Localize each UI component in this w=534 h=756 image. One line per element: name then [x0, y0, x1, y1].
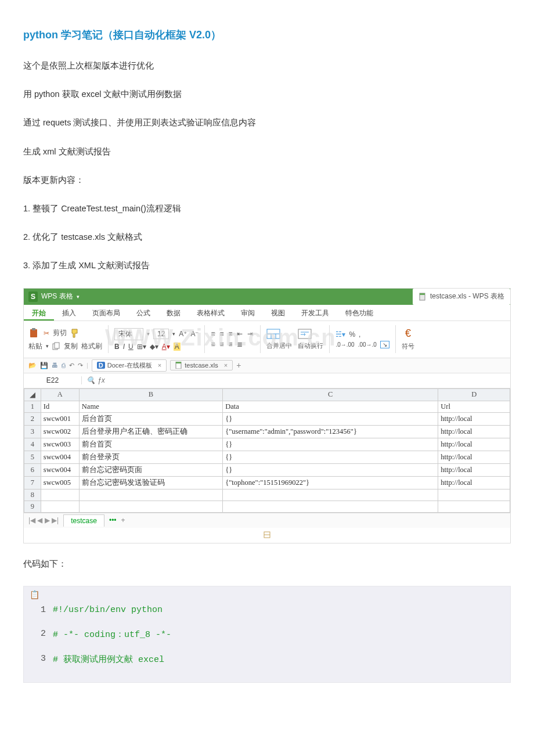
cell[interactable]: 前台忘记密码页面	[79, 463, 222, 476]
align-bot-icon[interactable]: ≡	[228, 330, 233, 338]
tab-insert[interactable]: 插入	[54, 305, 84, 321]
indent-dec-icon[interactable]: ⇤	[237, 330, 244, 338]
tab-formula[interactable]: 公式	[128, 305, 158, 321]
align-justify-icon[interactable]: ≣	[237, 340, 244, 348]
spreadsheet[interactable]: ◢ A B C D 1 Id Name Data Url 2swcw001后台首…	[24, 388, 510, 513]
cell[interactable]: 后台首页	[79, 412, 222, 425]
merge-label[interactable]: 合并居中	[266, 341, 292, 350]
tab-review[interactable]: 审阅	[233, 305, 263, 321]
name-box[interactable]: E22	[24, 376, 82, 384]
row-header[interactable]: 9	[24, 501, 41, 512]
fillcolor-button[interactable]: ◆▾	[150, 343, 158, 351]
cell[interactable]: swcw004	[41, 451, 79, 463]
cell[interactable]: {"username":"admin","password":"123456"}	[223, 425, 438, 438]
cell[interactable]	[438, 489, 510, 501]
fontcolor-button[interactable]: A▾	[162, 343, 170, 351]
border-button[interactable]: ⊞▾	[137, 343, 146, 351]
sheet-more-icon[interactable]: •••	[109, 516, 117, 524]
cell[interactable]: swcw001	[41, 412, 79, 425]
cell[interactable]: http://local	[438, 476, 510, 489]
corner-cell[interactable]: ◢	[24, 388, 41, 401]
sheet-tab-testcase[interactable]: testcase	[63, 514, 104, 527]
save-icon[interactable]: 💾	[40, 362, 48, 369]
docer-tab[interactable]: D Docer-在线模板 ×	[92, 359, 167, 372]
symbol-icon[interactable]: €	[402, 327, 414, 340]
tab-data[interactable]: 数据	[158, 305, 189, 321]
cell[interactable]: {}	[223, 412, 438, 425]
row-header[interactable]: 7	[24, 476, 41, 489]
paste-label[interactable]: 粘贴	[28, 341, 42, 351]
cell[interactable]: Url	[438, 401, 510, 412]
cell[interactable]: {}	[223, 451, 438, 463]
dropdown-icon[interactable]: ▾	[77, 294, 80, 300]
file-tab[interactable]: testcase.xls ×	[170, 360, 233, 370]
add-sheet-icon[interactable]: +	[121, 516, 125, 524]
printpreview-icon[interactable]: ⎙	[62, 362, 66, 369]
sheet-nav[interactable]: |◀ ◀ ▶ ▶|	[28, 516, 59, 524]
align-mid-icon[interactable]: ≡	[219, 330, 225, 338]
cell[interactable]: swcw003	[41, 438, 79, 451]
cell[interactable]	[438, 501, 510, 512]
row-header[interactable]: 6	[24, 463, 41, 476]
cell[interactable]: http://local	[438, 451, 510, 463]
tab-dev[interactable]: 开发工具	[293, 305, 337, 321]
percent-icon[interactable]: %	[349, 330, 355, 339]
font-shrink-icon[interactable]: A⁻	[190, 330, 199, 338]
open-icon[interactable]: 📂	[28, 362, 37, 369]
currency-icon[interactable]: ☵▾	[335, 330, 345, 339]
dec-decimal-icon[interactable]: .00→.0	[358, 341, 377, 348]
font-size[interactable]: 12	[153, 329, 169, 339]
cell[interactable]: 后台登录用户名正确、密码正确	[79, 425, 222, 438]
font-grow-icon[interactable]: A⁺	[179, 330, 187, 338]
cell[interactable]: Id	[41, 401, 79, 412]
cell[interactable]: swcw005	[41, 476, 79, 489]
cell[interactable]: http://local	[438, 463, 510, 476]
row-header[interactable]: 3	[24, 425, 41, 438]
merge-icon[interactable]	[266, 329, 280, 339]
tab-layout[interactable]: 页面布局	[84, 305, 128, 321]
cell[interactable]: http://local	[438, 438, 510, 451]
row-header[interactable]: 8	[24, 489, 41, 501]
cell[interactable]	[41, 501, 79, 512]
cell[interactable]	[79, 489, 222, 501]
tab-start[interactable]: 开始	[24, 305, 54, 321]
cell[interactable]: 前台首页	[79, 438, 222, 451]
row-header[interactable]: 2	[24, 412, 41, 425]
cell[interactable]: swcw004	[41, 463, 79, 476]
cell[interactable]: {"tophone":"15151969022"}	[223, 476, 438, 489]
cell[interactable]: http://local	[438, 412, 510, 425]
cell[interactable]: 前台登录页	[79, 451, 222, 463]
cell[interactable]: Data	[223, 401, 438, 412]
tab-tableformat[interactable]: 表格样式	[189, 305, 233, 321]
copy-icon[interactable]	[52, 342, 60, 350]
cell[interactable]	[41, 489, 79, 501]
close-tab-icon[interactable]: ×	[158, 362, 161, 369]
italic-button[interactable]: I	[123, 343, 125, 351]
cell[interactable]: {}	[223, 463, 438, 476]
box-icon[interactable]: ↘	[380, 341, 389, 348]
cell[interactable]: Name	[79, 401, 222, 412]
print-icon[interactable]: 🖶	[52, 362, 58, 369]
undo-icon[interactable]: ↶	[69, 362, 74, 369]
cell[interactable]: swcw002	[41, 425, 79, 438]
redo-icon[interactable]: ↷	[78, 362, 83, 369]
align-center-icon[interactable]: ≡	[219, 340, 225, 348]
inc-decimal-icon[interactable]: .0→.00	[335, 341, 354, 348]
tab-view[interactable]: 视图	[263, 305, 293, 321]
align-left-icon[interactable]: ≡	[211, 340, 216, 348]
fmtpainter-label[interactable]: 格式刷	[81, 341, 102, 351]
paste-icon[interactable]	[28, 327, 40, 339]
add-tab-icon[interactable]: +	[236, 361, 241, 370]
indent-inc-icon[interactable]: ⇥	[247, 330, 254, 338]
highlight-button[interactable]: A	[174, 343, 181, 351]
zoom-icon[interactable]: 🔍	[86, 376, 95, 384]
align-top-icon[interactable]: ≡	[211, 330, 216, 338]
col-header[interactable]: C	[223, 388, 438, 401]
cell[interactable]	[223, 489, 438, 501]
underline-button[interactable]: U	[128, 343, 134, 351]
cell[interactable]: {}	[223, 438, 438, 451]
row-header[interactable]: 1	[24, 401, 41, 412]
cut-icon[interactable]: ✂	[44, 329, 49, 337]
wrap-icon[interactable]	[298, 329, 312, 339]
symbol-label[interactable]: 符号	[402, 342, 414, 351]
